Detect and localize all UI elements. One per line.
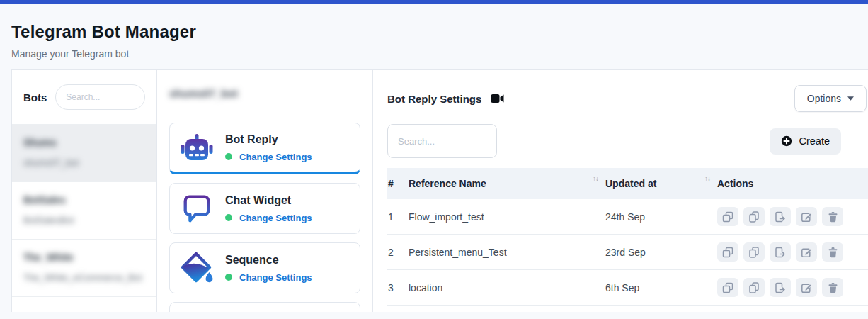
bot-username: shums07_bot bbox=[23, 157, 145, 168]
column-header-number: # bbox=[387, 178, 409, 189]
bot-list-item[interactable]: BotSales BotSalesBot bbox=[12, 181, 156, 239]
trash-icon bbox=[828, 211, 838, 223]
edit-icon bbox=[801, 211, 812, 223]
caret-down-icon bbox=[847, 96, 854, 101]
status-dot bbox=[225, 153, 232, 160]
feature-card-bot-reply[interactable]: Bot Reply Change Settings bbox=[169, 123, 360, 174]
options-button[interactable]: Options bbox=[794, 85, 867, 112]
change-settings-link[interactable]: Change Settings bbox=[239, 213, 312, 223]
status-dot bbox=[225, 274, 232, 281]
bots-panel-title: Bots bbox=[23, 91, 47, 103]
bots-search-input[interactable] bbox=[55, 84, 145, 110]
bot-name: Shums bbox=[23, 137, 145, 148]
options-button-label: Options bbox=[807, 93, 841, 104]
sort-icon[interactable]: ↑↓ bbox=[593, 174, 598, 182]
chat-widget-icon bbox=[180, 191, 214, 225]
updated-at: 23rd Sep bbox=[605, 247, 717, 258]
clone-button[interactable] bbox=[717, 242, 738, 262]
copy-icon bbox=[748, 211, 760, 223]
column-header-updated-at: Updated at bbox=[605, 178, 656, 189]
clone-button[interactable] bbox=[717, 278, 738, 297]
export-button[interactable] bbox=[770, 207, 791, 226]
copy-button[interactable] bbox=[743, 207, 765, 226]
clone-button[interactable] bbox=[717, 207, 738, 226]
bot-list-item-partial[interactable] bbox=[12, 296, 156, 312]
edit-icon bbox=[801, 282, 812, 293]
create-button[interactable]: Create bbox=[770, 128, 841, 155]
bots-panel: Bots Shums shums07_bot BotSales BotSales… bbox=[12, 70, 157, 312]
clone-icon bbox=[722, 211, 733, 223]
column-header-actions: Actions bbox=[717, 178, 868, 189]
delete-button[interactable] bbox=[822, 278, 843, 297]
robot-icon bbox=[180, 130, 214, 164]
table-row: 1 Flow_import_test 24th Sep bbox=[387, 199, 868, 235]
reference-name: Flow_import_test bbox=[409, 211, 605, 223]
row-number: 1 bbox=[387, 211, 409, 223]
copy-button[interactable] bbox=[743, 278, 765, 297]
row-number: 3 bbox=[387, 282, 409, 293]
create-button-label: Create bbox=[799, 135, 830, 147]
bot-reply-settings-panel: Bot Reply Settings Options bbox=[373, 70, 868, 312]
edit-button[interactable] bbox=[796, 278, 817, 297]
bot-name: BotSales bbox=[23, 194, 145, 206]
feature-card-chat-widget[interactable]: Chat Widget Change Settings bbox=[169, 183, 360, 234]
trash-icon bbox=[828, 247, 838, 258]
copy-icon bbox=[748, 282, 760, 293]
page-subtitle: Manage your Telegram bot bbox=[11, 48, 857, 60]
paint-bucket-icon bbox=[180, 251, 214, 285]
feature-card-sequence[interactable]: Sequence Change Settings bbox=[169, 242, 360, 293]
bot-username: The_White_eCommerce_Bot bbox=[23, 272, 145, 283]
delete-button[interactable] bbox=[822, 242, 843, 262]
plus-circle-icon bbox=[781, 135, 792, 147]
export-button[interactable] bbox=[770, 242, 791, 262]
table-row: 2 Persistent_menu_Test 23rd Sep bbox=[387, 235, 868, 270]
clone-icon bbox=[722, 282, 733, 293]
updated-at: 24th Sep bbox=[605, 211, 717, 223]
main-content: Bots Shums shums07_bot BotSales BotSales… bbox=[11, 69, 868, 312]
features-panel: shums07_bot Bot Reply bbox=[157, 70, 373, 312]
feature-card-label: Chat Widget bbox=[225, 194, 312, 207]
feature-card-label: Sequence bbox=[225, 254, 312, 267]
reference-search-input[interactable] bbox=[387, 124, 497, 158]
bot-list-item[interactable]: Shums shums07_bot bbox=[12, 124, 156, 181]
copy-icon bbox=[748, 247, 760, 258]
export-icon bbox=[775, 247, 786, 258]
table-row: 3 location 6th Sep bbox=[387, 270, 868, 306]
bots-panel-header: Bots bbox=[12, 70, 156, 124]
bot-list-item[interactable]: The_White The_White_eCommerce_Bot bbox=[12, 239, 156, 296]
bot-username: BotSalesBot bbox=[23, 215, 145, 225]
row-number: 2 bbox=[387, 247, 409, 258]
copy-button[interactable] bbox=[743, 242, 765, 262]
edit-button[interactable] bbox=[796, 207, 817, 226]
page-header: Telegram Bot Manager Manage your Telegra… bbox=[0, 4, 868, 69]
sort-icon[interactable]: ↑↓ bbox=[704, 174, 710, 182]
selected-bot-title: shums07_bot bbox=[169, 87, 360, 99]
column-header-reference-name: Reference Name bbox=[409, 178, 486, 189]
export-icon bbox=[775, 282, 786, 293]
feature-card-partial[interactable] bbox=[169, 302, 360, 312]
export-button[interactable] bbox=[770, 278, 791, 297]
reference-name: Persistent_menu_Test bbox=[409, 247, 605, 258]
video-camera-icon[interactable] bbox=[491, 94, 504, 103]
edit-icon bbox=[801, 247, 812, 258]
status-dot bbox=[225, 214, 232, 221]
export-icon bbox=[775, 211, 786, 223]
updated-at: 6th Sep bbox=[605, 282, 717, 293]
reference-name: location bbox=[409, 282, 605, 293]
settings-title: Bot Reply Settings bbox=[387, 93, 481, 105]
edit-button[interactable] bbox=[796, 242, 817, 262]
delete-button[interactable] bbox=[822, 207, 843, 226]
change-settings-link[interactable]: Change Settings bbox=[239, 152, 312, 162]
page-title: Telegram Bot Manager bbox=[11, 22, 857, 42]
clone-icon bbox=[722, 247, 733, 258]
change-settings-link[interactable]: Change Settings bbox=[239, 272, 312, 283]
feature-card-label: Bot Reply bbox=[225, 133, 312, 146]
trash-icon bbox=[828, 282, 838, 293]
table-header-row: # Reference Name ↑↓ Updated at ↑↓ Action… bbox=[387, 168, 868, 199]
bot-replies-table: # Reference Name ↑↓ Updated at ↑↓ Action… bbox=[387, 168, 868, 306]
bot-name: The_White bbox=[23, 252, 145, 263]
